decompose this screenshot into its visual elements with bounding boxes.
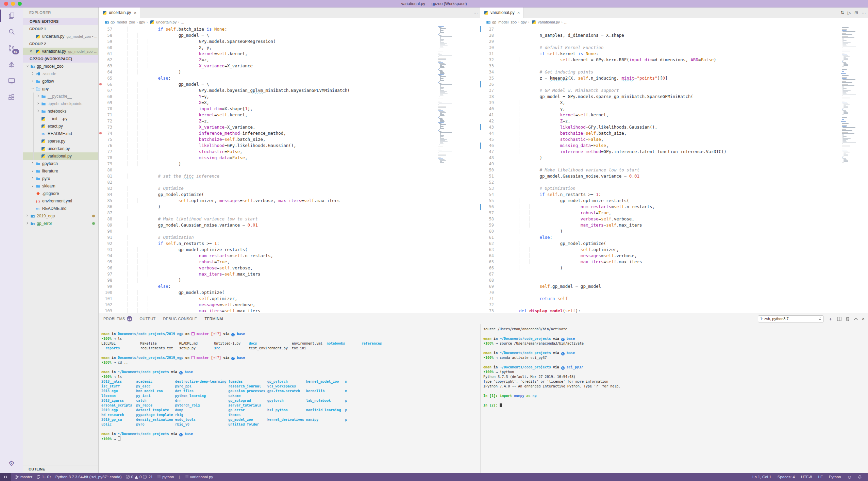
tree-item-.gitignore[interactable]: .gitignore bbox=[23, 190, 98, 197]
chevron-right-icon bbox=[31, 71, 35, 76]
tree-item-variational.py[interactable]: variational.py bbox=[23, 152, 98, 160]
open-editors-header[interactable]: OPEN EDITORS bbox=[23, 18, 98, 25]
breadcrumb-item[interactable]: gp_model_zoo bbox=[492, 20, 517, 24]
activity-extensions[interactable] bbox=[0, 89, 23, 105]
tree-item-gpytorch[interactable]: gpytorch bbox=[23, 160, 98, 167]
status-list[interactable]: variational.py bbox=[185, 475, 213, 479]
tree-item-notebooks[interactable]: notebooks bbox=[23, 107, 98, 115]
status-problems[interactable]: 0021 bbox=[126, 475, 153, 479]
breadcrumb-item[interactable]: variational.py bbox=[531, 20, 560, 24]
tree-item-sklearn[interactable]: sklearn bbox=[23, 182, 98, 190]
status-utf-8[interactable]: UTF-8 bbox=[801, 475, 812, 479]
code-editor[interactable]: 57 if self.batch_size is None:58 gp_mode… bbox=[99, 26, 480, 313]
editor-action[interactable]: ⇅ bbox=[840, 10, 844, 15]
minimap[interactable] bbox=[840, 26, 859, 163]
code-editor[interactable]: 2728 n_samples, d_dimensions = X.shape29… bbox=[480, 26, 868, 313]
terminal-right[interactable]: source /Users/eman/anaconda3/bin/activat… bbox=[480, 324, 868, 473]
code-line: 62 gp_model.optimize( bbox=[480, 240, 868, 247]
status-sync[interactable]: 1↓ 0↑ bbox=[36, 475, 51, 479]
status-python[interactable]: Python bbox=[829, 475, 841, 479]
tab-variational.py[interactable]: variational.py× bbox=[480, 7, 523, 18]
tree-item-sparse.py[interactable]: sparse.py bbox=[23, 137, 98, 145]
status-list[interactable]: python bbox=[157, 475, 174, 479]
line-number: 67 bbox=[480, 271, 499, 277]
activity-debug[interactable] bbox=[0, 56, 23, 73]
editor-action[interactable]: ⊞ bbox=[854, 10, 858, 15]
workspace-header[interactable]: GPZOO (WORKSPACE) bbox=[23, 55, 98, 63]
tree-item-uncertain.py[interactable]: uncertain.py bbox=[23, 145, 98, 152]
tab-uncertain.py[interactable]: uncertain.py× bbox=[99, 7, 140, 18]
breadcrumb-more[interactable]: … bbox=[181, 20, 184, 24]
activity-explorer[interactable] bbox=[0, 7, 23, 24]
code-line: 48 ) bbox=[480, 155, 868, 161]
code-line: 46 missing_data=False, bbox=[480, 143, 868, 149]
line-number: 103 bbox=[99, 308, 117, 313]
breadcrumb-item[interactable]: uncertain.py bbox=[149, 20, 177, 24]
editor-action[interactable]: ··· bbox=[473, 10, 478, 15]
terminal-line: eman in ~/Documents/code_projects via C … bbox=[483, 336, 868, 341]
new-terminal-button[interactable]: ＋ bbox=[828, 316, 833, 322]
tree-item-gp_model_zoo[interactable]: gp_model_zoo bbox=[23, 63, 98, 70]
tree-item-environment.yml[interactable]: {..}environment.yml bbox=[23, 197, 98, 205]
tree-item-README.md[interactable]: M↓README.md bbox=[23, 205, 98, 212]
panel-tab-output[interactable]: OUTPUT bbox=[140, 313, 156, 324]
outline-section[interactable]: OUTLINE bbox=[23, 465, 98, 473]
open-editor-uncertain.py[interactable]: uncertain.pygp_model_zoo • ... bbox=[23, 33, 98, 40]
terminal-line: 2018__mlss academic destructive-deep-lea… bbox=[101, 379, 480, 384]
notifications-bell-icon[interactable] bbox=[858, 475, 862, 479]
tree-item-pyro[interactable]: pyro bbox=[23, 175, 98, 182]
line-number: 37 bbox=[480, 87, 499, 94]
line-number: 88 bbox=[99, 216, 117, 222]
editor-action[interactable]: ▷ bbox=[848, 10, 851, 15]
tree-item-gpflow[interactable]: gpflow bbox=[23, 78, 98, 85]
kill-terminal-button[interactable] bbox=[846, 317, 850, 321]
tree-item-gp_error[interactable]: gp_error bbox=[23, 220, 98, 227]
line-number: 30 bbox=[480, 45, 499, 51]
code-line: 78 missing_data=False, bbox=[99, 155, 480, 161]
remote-indicator[interactable] bbox=[0, 473, 11, 481]
editor-action[interactable]: ··· bbox=[862, 10, 866, 15]
tree-item-__init__.py[interactable]: __init__.py bbox=[23, 115, 98, 122]
line-number: 36 bbox=[480, 81, 499, 87]
close-tab-icon[interactable]: × bbox=[134, 10, 136, 15]
status-python-3-7-3-64-bit-sci-[interactable]: Python 3.7.3 64-bit ('sci_py37': conda) bbox=[55, 475, 122, 479]
tree-item-.ipynb_checkpoints[interactable]: .ipynb_checkpoints bbox=[23, 100, 98, 107]
minimap[interactable] bbox=[436, 26, 455, 163]
settings-gear-icon[interactable]: ⚙ bbox=[0, 457, 23, 470]
status-branch[interactable]: master bbox=[15, 475, 32, 479]
breadcrumb-item[interactable]: gpy bbox=[139, 20, 145, 24]
tree-item-README.md[interactable]: M↓README.md bbox=[23, 130, 98, 137]
tree-item-exact.py[interactable]: exact.py bbox=[23, 122, 98, 130]
status-lf[interactable]: LF bbox=[818, 475, 822, 479]
tree-item-.vscode[interactable]: .vscode bbox=[23, 70, 98, 78]
breadcrumb-item[interactable]: gpy bbox=[521, 20, 527, 24]
breadcrumb-more[interactable]: … bbox=[564, 20, 568, 24]
activity-remote-explorer[interactable] bbox=[0, 73, 23, 89]
maximize-panel-button[interactable] bbox=[854, 317, 858, 320]
status-spaces-4[interactable]: Spaces: 4 bbox=[778, 475, 795, 479]
tree-item-literature[interactable]: literature bbox=[23, 167, 98, 175]
terminal-select[interactable]: 1: zsh, python3.7 bbox=[758, 315, 824, 322]
feedback-smiley-icon[interactable]: ☺ bbox=[847, 475, 852, 480]
editor-actions: ⇅▷⊞··· bbox=[840, 7, 866, 18]
chevron-right-icon bbox=[31, 79, 35, 84]
close-icon[interactable]: × bbox=[29, 49, 33, 54]
status-ln-1-col-1[interactable]: Ln 1, Col 1 bbox=[752, 475, 771, 479]
breadcrumb-item[interactable]: gp_model_zoo bbox=[111, 20, 135, 24]
close-tab-icon[interactable]: × bbox=[517, 10, 520, 15]
line-number: 91 bbox=[99, 234, 117, 240]
close-panel-button[interactable]: × bbox=[862, 316, 865, 321]
terminal-cursor bbox=[500, 403, 502, 407]
tree-item-2019_egp[interactable]: 2019_egp bbox=[23, 212, 98, 220]
tree-item-__pycache__[interactable]: __pycache__ bbox=[23, 93, 98, 100]
activity-search[interactable] bbox=[0, 24, 23, 40]
line-number: 45 bbox=[480, 136, 499, 143]
split-terminal-button[interactable] bbox=[837, 317, 841, 321]
tree-item-gpy[interactable]: gpy bbox=[23, 85, 98, 93]
panel-tab-terminal[interactable]: TERMINAL bbox=[204, 313, 224, 324]
panel-tab-debug-console[interactable]: DEBUG CONSOLE bbox=[163, 313, 197, 324]
panel-tab-problems[interactable]: PROBLEMS21 bbox=[103, 313, 132, 324]
activity-source-control[interactable]: 67 bbox=[0, 40, 23, 56]
open-editor-variational.py[interactable]: ×variational.pygp_model_zoo • ... bbox=[23, 48, 98, 55]
terminal-left[interactable]: eman in Documents/code_projects/2019_egp… bbox=[99, 324, 480, 473]
